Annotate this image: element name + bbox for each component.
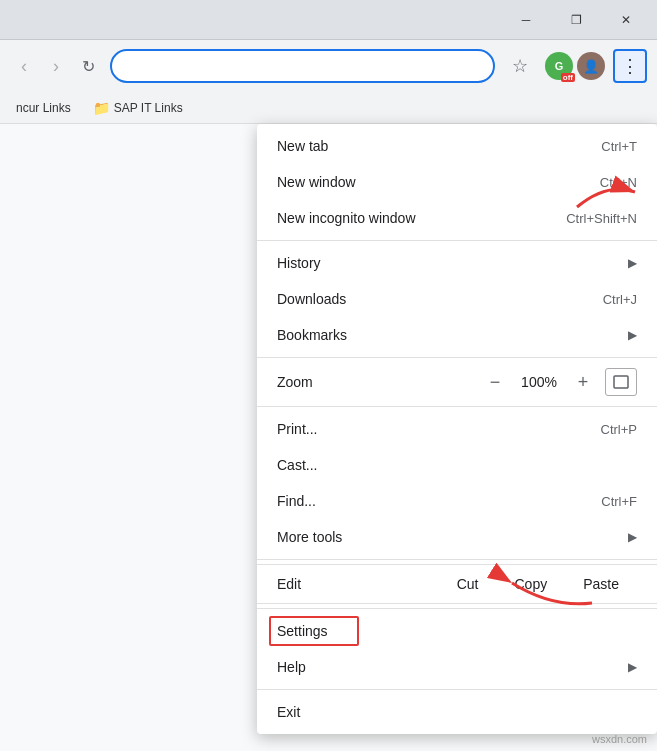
menu-divider-4: [257, 559, 657, 560]
menu-item-history[interactable]: History ▶: [257, 245, 657, 281]
svg-rect-1: [614, 376, 628, 388]
extension-icon-off[interactable]: G off: [545, 52, 573, 80]
paste-button[interactable]: Paste: [565, 572, 637, 596]
edit-row: Edit Cut Copy Paste: [257, 564, 657, 604]
zoom-controls: − 100% +: [481, 368, 597, 396]
cut-button[interactable]: Cut: [439, 572, 497, 596]
address-input[interactable]: [110, 49, 495, 83]
menu-item-cast[interactable]: Cast...: [257, 447, 657, 483]
page-content: New tab Ctrl+T New window Ctrl+N New inc…: [0, 124, 657, 751]
edit-buttons: Cut Copy Paste: [439, 572, 637, 596]
menu-divider-6: [257, 689, 657, 690]
browser-titlebar: ─ ❐ ✕: [0, 0, 657, 40]
window-controls: ─ ❐ ✕: [503, 4, 649, 36]
minimize-button[interactable]: ─: [503, 4, 549, 36]
back-button[interactable]: ‹: [10, 52, 38, 80]
bookmarks-bar: ncur Links 📁 SAP IT Links: [0, 92, 657, 124]
bookmark-item-sap[interactable]: 📁 SAP IT Links: [87, 98, 189, 118]
chrome-menu-button[interactable]: ⋮: [613, 49, 647, 83]
address-bar-row: ‹ › ↻ ☆ G off 👤 ⋮: [0, 40, 657, 92]
extension-icons: G off 👤: [545, 52, 605, 80]
restore-button[interactable]: ❐: [553, 4, 599, 36]
edit-label: Edit: [277, 576, 439, 592]
fullscreen-button[interactable]: [605, 368, 637, 396]
zoom-out-button[interactable]: −: [481, 368, 509, 396]
chrome-dropdown-menu: New tab Ctrl+T New window Ctrl+N New inc…: [257, 124, 657, 734]
menu-divider-2: [257, 357, 657, 358]
bookmark-star-icon[interactable]: ☆: [503, 49, 537, 83]
menu-item-more-tools[interactable]: More tools ▶: [257, 519, 657, 555]
copy-button[interactable]: Copy: [497, 572, 566, 596]
menu-divider-1: [257, 240, 657, 241]
close-button[interactable]: ✕: [603, 4, 649, 36]
menu-divider-5: [257, 608, 657, 609]
bookmark-label: SAP IT Links: [114, 101, 183, 115]
menu-item-exit[interactable]: Exit: [257, 694, 657, 730]
forward-button[interactable]: ›: [42, 52, 70, 80]
watermark: wsxdn.com: [592, 733, 647, 745]
menu-item-downloads[interactable]: Downloads Ctrl+J: [257, 281, 657, 317]
menu-divider-3: [257, 406, 657, 407]
zoom-value-display: 100%: [519, 374, 559, 390]
menu-item-help[interactable]: Help ▶: [257, 649, 657, 685]
reload-button[interactable]: ↻: [74, 52, 102, 80]
bookmark-item-ncur[interactable]: ncur Links: [10, 99, 77, 117]
zoom-control-row: Zoom − 100% +: [257, 362, 657, 402]
menu-item-find[interactable]: Find... Ctrl+F: [257, 483, 657, 519]
folder-icon: 📁: [93, 100, 110, 116]
menu-item-new-tab[interactable]: New tab Ctrl+T: [257, 128, 657, 164]
browser-window: ─ ❐ ✕ ‹ › ↻ ☆ G off 👤 ⋮ ncur: [0, 0, 657, 751]
menu-item-new-window[interactable]: New window Ctrl+N: [257, 164, 657, 200]
menu-item-print[interactable]: Print... Ctrl+P: [257, 411, 657, 447]
menu-item-new-incognito[interactable]: New incognito window Ctrl+Shift+N: [257, 200, 657, 236]
menu-item-bookmarks[interactable]: Bookmarks ▶: [257, 317, 657, 353]
profile-avatar[interactable]: 👤: [577, 52, 605, 80]
menu-item-settings[interactable]: Settings: [257, 613, 657, 649]
zoom-in-button[interactable]: +: [569, 368, 597, 396]
bookmark-label: ncur Links: [16, 101, 71, 115]
